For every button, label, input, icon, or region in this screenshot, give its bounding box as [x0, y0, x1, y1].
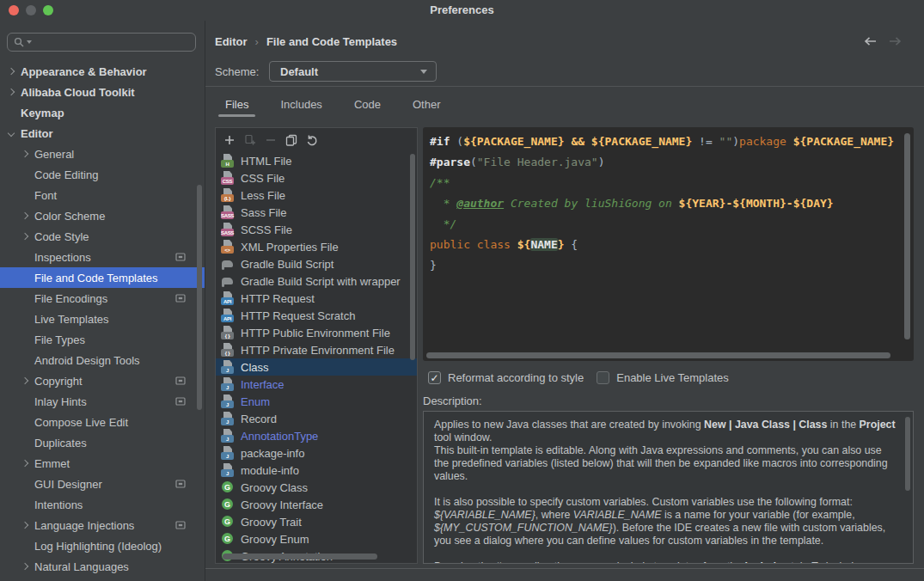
- option-reformat-according-to-style: ✓Reformat according to style: [428, 371, 584, 384]
- chevron-right-icon[interactable]: [21, 563, 28, 570]
- sidebar-item-file-and-code-templates[interactable]: File and Code Templates: [0, 267, 205, 288]
- add-template-button[interactable]: [223, 134, 236, 146]
- html-file-icon: H: [221, 154, 235, 168]
- template-item-groovy-enum[interactable]: GGroovy Enum: [216, 530, 417, 547]
- scheme-select[interactable]: Default: [269, 61, 437, 82]
- checkbox-label: Enable Live Templates: [616, 371, 729, 384]
- sidebar-item-appearance-behavior[interactable]: Appearance & Behavior: [0, 61, 205, 82]
- settings-search-field[interactable]: [7, 33, 196, 52]
- sidebar-item-label: Code Style: [34, 230, 89, 243]
- template-item-http-private-environment-file[interactable]: { }HTTP Private Environment File: [216, 341, 417, 358]
- sidebar-item-font[interactable]: Font: [0, 185, 205, 205]
- template-item-interface[interactable]: JInterface: [216, 376, 417, 393]
- sidebar-item-language-injections[interactable]: Language Injections: [0, 515, 205, 535]
- template-item-less-file[interactable]: {L}Less File: [216, 187, 417, 204]
- tree-chevron-slot: [21, 523, 34, 528]
- checked-checkbox[interactable]: ✓: [428, 371, 441, 384]
- sidebar-item-compose-live-edit[interactable]: Compose Live Edit: [0, 412, 205, 432]
- template-list-horizontal-scrollbar[interactable]: [223, 553, 377, 560]
- chevron-down-icon: [420, 70, 427, 74]
- chevron-right-icon[interactable]: [21, 150, 28, 157]
- sidebar-item-android-design-tools[interactable]: Android Design Tools: [0, 350, 205, 370]
- template-item-record[interactable]: JRecord: [216, 410, 417, 427]
- chevron-right-icon[interactable]: [21, 377, 28, 384]
- scheme-value: Default: [280, 65, 318, 78]
- editor-horizontal-scrollbar[interactable]: [426, 352, 890, 358]
- template-item-html-file[interactable]: HHTML File: [216, 152, 417, 169]
- sidebar-item-label: Appearance & Behavior: [21, 65, 147, 78]
- sidebar-item-alibaba-cloud-toolkit[interactable]: Alibaba Cloud Toolkit: [0, 82, 205, 102]
- sidebar-item-emmet[interactable]: Emmet: [0, 453, 205, 474]
- css-file-icon: CSS: [221, 171, 235, 185]
- template-editor[interactable]: #if (${PACKAGE_NAME} && ${PACKAGE_NAME} …: [423, 127, 914, 361]
- template-item-package-info[interactable]: Jpackage-info: [216, 444, 417, 462]
- sidebar-item-log-highlighting-ideolog[interactable]: Log Highlighting (Ideolog): [0, 535, 205, 556]
- sidebar-item-label: Alibaba Cloud Toolkit: [21, 86, 135, 99]
- template-item-xml-properties-file[interactable]: <>XML Properties File: [216, 238, 417, 255]
- sidebar-item-label: Copyright: [34, 375, 83, 388]
- forward-button[interactable]: [888, 35, 903, 47]
- breadcrumb-editor[interactable]: Editor: [215, 35, 248, 48]
- java-file-icon: J: [221, 394, 235, 408]
- template-item-http-public-environment-file[interactable]: { }HTTP Public Environment File: [216, 324, 417, 341]
- sass-file-icon: SASS: [221, 205, 235, 219]
- sidebar-item-live-templates[interactable]: Live Templates: [0, 309, 205, 329]
- copy-template-button[interactable]: [285, 134, 297, 146]
- sidebar-scrollbar[interactable]: [197, 185, 202, 410]
- template-item-http-request[interactable]: APIHTTP Request: [216, 290, 417, 307]
- sidebar-item-keymap[interactable]: Keymap: [0, 102, 205, 123]
- chevron-right-icon[interactable]: [21, 233, 28, 240]
- template-item-groovy-interface[interactable]: GGroovy Interface: [216, 496, 417, 513]
- template-item-groovy-class[interactable]: GGroovy Class: [216, 479, 417, 496]
- chevron-right-icon[interactable]: [21, 460, 28, 467]
- sidebar-item-code-style[interactable]: Code Style: [0, 226, 205, 247]
- template-item-class[interactable]: JClass: [216, 358, 417, 376]
- chevron-right-icon[interactable]: [21, 522, 28, 529]
- template-item-gradle-build-script-with-wrapper[interactable]: Gradle Build Script with wrapper: [216, 272, 417, 290]
- sidebar-item-gui-designer[interactable]: GUI Designer: [0, 474, 205, 494]
- chevron-down-icon[interactable]: [8, 130, 15, 137]
- sidebar-item-inlay-hints[interactable]: Inlay Hints: [0, 391, 205, 412]
- http-file-icon: API: [221, 291, 235, 305]
- sidebar-item-intentions[interactable]: Intentions: [0, 494, 205, 515]
- sidebar-item-editor[interactable]: Editor: [0, 123, 205, 144]
- tab-other[interactable]: Other: [406, 96, 448, 113]
- sidebar-item-label: File Types: [34, 333, 85, 346]
- description-scrollbar[interactable]: [905, 417, 910, 491]
- template-item-sass-file[interactable]: SASSSass File: [216, 204, 417, 221]
- template-item-scss-file[interactable]: SASSSCSS File: [216, 221, 417, 238]
- template-item-groovy-trait[interactable]: GGroovy Trait: [216, 513, 417, 530]
- sidebar-item-inspections[interactable]: Inspections: [0, 247, 205, 267]
- template-item-annotationtype[interactable]: JAnnotationType: [216, 427, 417, 444]
- template-item-enum[interactable]: JEnum: [216, 393, 417, 410]
- sidebar-item-file-encodings[interactable]: File Encodings: [0, 288, 205, 309]
- sidebar-item-label: Inspections: [34, 251, 91, 264]
- chevron-right-icon[interactable]: [8, 89, 15, 95]
- chevron-right-icon[interactable]: [8, 68, 15, 75]
- sidebar-item-general[interactable]: General: [0, 144, 205, 164]
- sidebar-item-copyright[interactable]: Copyright: [0, 370, 205, 391]
- template-item-label: Enum: [241, 395, 270, 408]
- tab-files[interactable]: Files: [218, 96, 255, 113]
- template-item-css-file[interactable]: CSSCSS File: [216, 169, 417, 187]
- sidebar-item-natural-languages[interactable]: Natural Languages: [0, 556, 205, 577]
- back-button[interactable]: [863, 35, 878, 47]
- sidebar-item-code-editing[interactable]: Code Editing: [0, 164, 205, 185]
- search-history-caret-icon[interactable]: [27, 40, 32, 44]
- code-line: * @author Created by liuShiGong on ${YEA…: [430, 193, 900, 214]
- template-item-gradle-build-script[interactable]: Gradle Build Script: [216, 255, 417, 272]
- tab-includes[interactable]: Includes: [273, 96, 328, 113]
- reset-to-default-button[interactable]: [306, 134, 318, 146]
- template-list-vertical-scrollbar[interactable]: [410, 154, 415, 360]
- template-item-http-request-scratch[interactable]: APIHTTP Request Scratch: [216, 307, 417, 324]
- editor-vertical-scrollbar[interactable]: [904, 133, 910, 339]
- sidebar-item-color-scheme[interactable]: Color Scheme: [0, 205, 205, 226]
- tab-code[interactable]: Code: [347, 96, 388, 113]
- template-item-label: Interface: [241, 378, 285, 391]
- sidebar-item-file-types[interactable]: File Types: [0, 329, 205, 350]
- sidebar-item-duplicates[interactable]: Duplicates: [0, 432, 205, 453]
- template-item-module-info[interactable]: Jmodule-info: [216, 462, 417, 479]
- scss-file-icon: SASS: [221, 223, 235, 236]
- chevron-right-icon[interactable]: [21, 212, 28, 219]
- unchecked-checkbox[interactable]: [597, 371, 609, 384]
